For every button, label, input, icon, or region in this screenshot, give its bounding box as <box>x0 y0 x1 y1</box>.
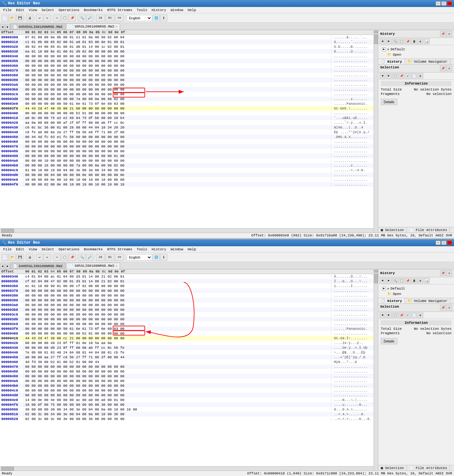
byte-cell[interactable]: d0 <box>75 45 81 49</box>
byte-cell[interactable]: 00 <box>30 78 37 82</box>
byte-cell[interactable]: 00 <box>75 308 81 312</box>
byte-cell[interactable]: 00 <box>62 64 68 68</box>
hex-row[interactable]: 000004a000000000000000000000000000000000… <box>0 379 374 383</box>
byte-cell[interactable]: ff <box>81 121 87 125</box>
byte-cell[interactable]: 7e <box>24 351 30 354</box>
byte-cell[interactable]: 63 <box>113 327 119 331</box>
byte-cell[interactable]: 00 <box>24 88 30 91</box>
byte-cell[interactable]: 44 <box>37 45 43 49</box>
byte-cell[interactable]: 18 <box>37 284 43 288</box>
byte-cell[interactable]: 00 <box>75 173 81 177</box>
byte-cell[interactable]: 08 <box>81 126 87 129</box>
tool-hex-top[interactable]: 16 <box>96 15 105 22</box>
byte-cell[interactable]: 00 <box>81 97 87 101</box>
byte-cell[interactable]: 3c <box>37 412 43 416</box>
byte-cell[interactable]: 00 <box>49 327 56 331</box>
byte-cell[interactable]: 00 <box>43 92 49 96</box>
byte-cell[interactable]: 3a <box>87 168 94 172</box>
byte-cell[interactable]: 10 <box>94 183 100 186</box>
byte-cell[interactable]: 61 <box>68 327 75 331</box>
byte-cell[interactable]: 00 <box>37 365 43 369</box>
byte-cell[interactable]: 00 <box>49 154 56 158</box>
byte-cell[interactable]: 58 <box>68 135 75 139</box>
byte-cell[interactable]: 00 <box>75 64 81 68</box>
minimize-btn-bottom[interactable]: ─ <box>436 241 441 245</box>
tool-paste-bottom[interactable]: 📌 <box>69 254 76 261</box>
byte-cell[interactable]: 00 <box>43 374 49 378</box>
hist-btn4-top[interactable]: 📋 <box>399 39 404 44</box>
byte-cell[interactable]: 84 <box>75 116 81 120</box>
byte-cell[interactable]: 00 <box>119 322 125 326</box>
byte-cell[interactable]: 01 <box>75 360 81 364</box>
byte-cell[interactable]: 44 <box>94 360 100 364</box>
byte-cell[interactable]: 00 <box>37 140 43 144</box>
byte-cell[interactable]: 00 <box>81 145 87 148</box>
hist-btn2-top[interactable]: ► <box>386 39 392 44</box>
byte-cell[interactable]: 00 <box>43 97 49 101</box>
byte-cell[interactable]: 00 <box>62 389 68 392</box>
byte-cell[interactable]: 27 <box>75 355 81 359</box>
byte-cell[interactable]: 00 <box>30 149 37 153</box>
byte-cell[interactable]: 00 <box>106 149 113 153</box>
byte-cell[interactable]: 00 <box>24 154 30 158</box>
byte-cell[interactable]: 00 <box>56 336 62 340</box>
byte-cell[interactable]: 00 <box>24 64 30 68</box>
byte-cell[interactable]: 00 <box>62 107 68 110</box>
byte-cell[interactable]: 00 <box>56 298 62 302</box>
byte-cell[interactable]: 01 <box>81 111 87 115</box>
hex-row[interactable]: 000004f010000f00750000000000000030000800… <box>0 402 374 407</box>
byte-cell[interactable]: 00 <box>119 54 125 58</box>
menu-ntfs-bottom[interactable]: NTFS Streams <box>105 247 134 252</box>
byte-cell[interactable]: 00 <box>75 159 81 163</box>
byte-cell[interactable]: 00 <box>49 121 56 125</box>
byte-cell[interactable]: 00 <box>94 308 100 312</box>
byte-cell[interactable]: 00 <box>56 289 62 293</box>
byte-cell[interactable]: 00 <box>49 294 56 298</box>
byte-cell[interactable]: 00 <box>106 374 113 378</box>
byte-cell[interactable]: 00 <box>94 168 100 172</box>
byte-cell[interactable]: 00 <box>24 92 30 96</box>
byte-cell[interactable]: 00 <box>68 379 75 383</box>
byte-cell[interactable]: 00 <box>43 379 49 383</box>
byte-cell[interactable]: 00 <box>24 97 30 101</box>
byte-cell[interactable]: 10 <box>62 178 68 182</box>
byte-cell[interactable]: 00 <box>68 73 75 77</box>
byte-cell[interactable]: 10 <box>100 178 106 182</box>
byte-cell[interactable]: 00 <box>94 294 100 298</box>
byte-cell[interactable]: 35 <box>56 107 62 110</box>
hist-btn1-bottom[interactable]: ◄ <box>380 278 385 284</box>
byte-cell[interactable]: 08 <box>62 126 68 129</box>
byte-cell[interactable]: 00 <box>81 393 87 397</box>
byte-cell[interactable]: 0a <box>30 121 37 125</box>
byte-cell[interactable]: 00 <box>43 289 49 293</box>
byte-cell[interactable]: 00 <box>56 313 62 316</box>
byte-cell[interactable]: 10 <box>106 183 113 186</box>
byte-cell[interactable]: fd <box>30 360 37 364</box>
hex-row[interactable]: 000003c000000000000000000000000000000000… <box>0 92 374 97</box>
hex-row[interactable]: 0000034000000000000000000000000000000000… <box>0 54 374 59</box>
byte-cell[interactable]: 00 <box>30 145 37 148</box>
byte-cell[interactable]: af <box>62 121 68 125</box>
byte-cell[interactable]: 00 <box>62 332 68 335</box>
byte-cell[interactable]: 00 <box>56 97 62 101</box>
byte-cell[interactable]: 00 <box>37 379 43 383</box>
byte-cell[interactable]: 00 <box>119 168 125 172</box>
byte-cell[interactable]: 61 <box>81 327 87 331</box>
byte-cell[interactable]: 00 <box>81 417 87 421</box>
byte-cell[interactable]: 00 <box>68 317 75 321</box>
byte-cell[interactable]: 00 <box>24 313 30 316</box>
byte-cell[interactable]: 00 <box>87 154 94 158</box>
byte-cell[interactable]: 00 <box>87 360 94 364</box>
hex-row[interactable]: 000004c000000000000000000000000000000000… <box>0 388 374 393</box>
byte-cell[interactable]: 00 <box>75 140 81 144</box>
byte-cell[interactable]: cc <box>100 346 106 350</box>
byte-cell[interactable]: 00 <box>24 183 30 186</box>
byte-cell[interactable]: 85 <box>49 45 56 49</box>
byte-cell[interactable]: 00 <box>24 298 30 302</box>
byte-cell[interactable]: 00 <box>75 346 81 350</box>
byte-cell[interactable]: 00 <box>75 317 81 321</box>
byte-cell[interactable]: 00 <box>94 275 100 279</box>
byte-cell[interactable]: 00 <box>94 83 100 87</box>
byte-cell[interactable]: ec <box>24 284 30 288</box>
byte-cell[interactable]: 00 <box>68 69 75 72</box>
